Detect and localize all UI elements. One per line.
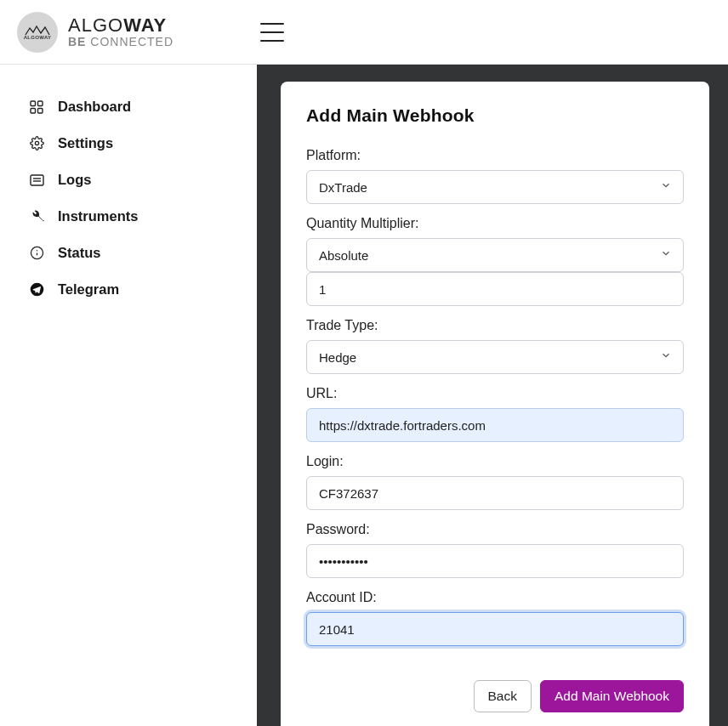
svg-point-4 (35, 141, 38, 145)
sidebar-item-label: Telegram (58, 281, 119, 298)
platform-value: DxTrade (319, 180, 367, 195)
login-label: Login: (306, 454, 684, 469)
sidebar-item-label: Dashboard (58, 99, 131, 115)
brand-line1: ALGOWAY (68, 15, 173, 36)
info-icon (29, 246, 44, 261)
sidebar-item-dashboard[interactable]: Dashboard (0, 88, 257, 125)
logs-icon (29, 173, 44, 188)
brand-line2: BE CONNECTED (68, 36, 173, 48)
add-webhook-modal: Add Main Webhook Platform: DxTrade Quant… (281, 82, 709, 726)
sidebar-item-label: Logs (58, 172, 91, 188)
back-button[interactable]: Back (474, 680, 532, 712)
gear-icon (29, 136, 44, 151)
sidebar-item-status[interactable]: Status (0, 235, 257, 271)
sidebar-item-logs[interactable]: Logs (0, 162, 257, 198)
qmult-mode-select[interactable]: Absolute (306, 238, 684, 272)
svg-rect-5 (31, 175, 43, 185)
tradetype-label: Trade Type: (306, 318, 684, 333)
add-main-webhook-button[interactable]: Add Main Webhook (540, 680, 684, 712)
account-id-input[interactable] (306, 612, 684, 646)
sidebar-item-instruments[interactable]: Instruments (0, 198, 257, 235)
qmult-mode-value: Absolute (319, 248, 368, 263)
password-input[interactable] (306, 544, 684, 578)
url-label: URL: (306, 386, 684, 401)
qmult-label: Quantity Multiplier: (306, 216, 684, 231)
sidebar-item-settings[interactable]: Settings (0, 125, 257, 162)
svg-rect-0 (31, 101, 36, 106)
menu-toggle-icon[interactable] (260, 23, 284, 42)
sidebar: Dashboard Settings Logs (0, 65, 257, 726)
tradetype-value: Hedge (319, 350, 356, 365)
topbar: ALGOWAY ALGOWAY BE CONNECTED (0, 0, 728, 65)
platform-select[interactable]: DxTrade (306, 170, 684, 204)
qmult-value-input[interactable] (306, 272, 684, 306)
url-input[interactable] (306, 408, 684, 442)
svg-rect-3 (38, 108, 43, 113)
sidebar-item-telegram[interactable]: Telegram (0, 271, 257, 308)
login-input[interactable] (306, 476, 684, 510)
wrench-icon (29, 209, 44, 224)
logo-badge-text: ALGOWAY (24, 35, 52, 40)
svg-point-10 (36, 250, 37, 251)
sidebar-item-label: Status (58, 245, 100, 261)
modal-title: Add Main Webhook (306, 105, 684, 126)
logo-badge: ALGOWAY (17, 12, 58, 53)
content-area: Add Main Webhook Platform: DxTrade Quant… (257, 65, 728, 726)
dashboard-icon (29, 99, 44, 115)
sidebar-item-label: Settings (58, 135, 113, 151)
account-label: Account ID: (306, 590, 684, 605)
telegram-icon (29, 282, 44, 298)
svg-rect-1 (38, 101, 43, 106)
sidebar-item-label: Instruments (58, 208, 138, 224)
brand-text: ALGOWAY BE CONNECTED (68, 15, 173, 49)
tradetype-select[interactable]: Hedge (306, 340, 684, 374)
password-label: Password: (306, 522, 684, 537)
platform-label: Platform: (306, 148, 684, 163)
svg-rect-2 (31, 108, 36, 113)
